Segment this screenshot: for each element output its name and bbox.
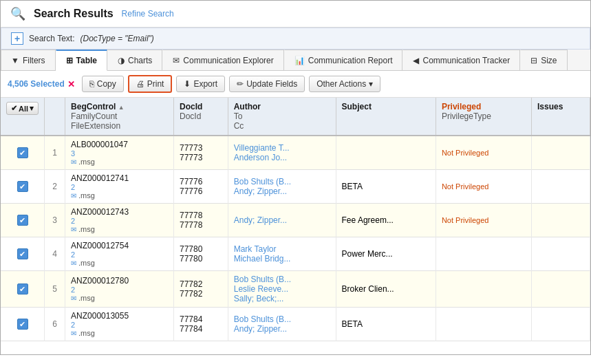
issues-cell [532, 308, 590, 341]
author-header[interactable]: Author To Cc [228, 98, 336, 136]
add-filter-button[interactable]: + [11, 32, 23, 45]
tab-size[interactable]: ⊟ Size [520, 50, 567, 70]
row-checkbox-cell[interactable]: ✔ [1, 204, 45, 237]
beg-control-cell: ANZ000013055 2 ✉ .msg [65, 308, 174, 341]
comm-tracker-icon: ◀ [413, 56, 419, 65]
export-icon: ⬇ [184, 79, 191, 89]
doc-id-value: 77784 [180, 314, 222, 324]
privileged-header[interactable]: Privileged PrivilegeType [436, 98, 531, 136]
row-checkbox[interactable]: ✔ [17, 181, 28, 192]
doc-id2-value: 77776 [180, 186, 222, 196]
family-count: 2 [71, 321, 168, 329]
privileged-value: Not Privileged [442, 149, 488, 157]
subject-cell: BETA [336, 170, 436, 204]
update-fields-button[interactable]: ✏ Update Fields [229, 76, 305, 92]
row-checkbox[interactable]: ✔ [17, 215, 28, 226]
privileged-cell [436, 237, 531, 271]
beg-control-value: ANZ000012754 [71, 241, 168, 250]
tab-communication-report[interactable]: 📊 Communication Report [284, 50, 403, 70]
row-checkbox[interactable]: ✔ [17, 147, 28, 158]
privileged-cell [436, 308, 531, 341]
privileged-value: Not Privileged [442, 216, 488, 224]
author-cell: Mark TaylorMichael Bridg... [228, 237, 336, 271]
selected-count: 4,506 Selected ✕ [8, 79, 75, 89]
issues-cell [532, 237, 590, 271]
copy-button[interactable]: ⎘ Copy [82, 76, 124, 92]
file-ext: ✉ .msg [71, 294, 168, 302]
doc-id-cell: 7777677776 [174, 170, 228, 204]
email-icon: ✉ [71, 330, 76, 337]
dropdown-arrow-icon: ▾ [369, 79, 373, 89]
privileged-value: Not Privileged [442, 182, 488, 191]
toolbar: 4,506 Selected ✕ ⎘ Copy 🖨 Print ⬇ Export… [1, 71, 590, 98]
beg-control-cell: ANZ000012741 2 ✉ .msg [65, 170, 174, 204]
row-checkbox[interactable]: ✔ [17, 283, 28, 295]
email-icon: ✉ [71, 226, 76, 233]
subject-cell: BETA [336, 308, 436, 341]
refine-search-link[interactable]: Refine Search [122, 9, 174, 19]
print-icon: 🖨 [136, 79, 144, 89]
beg-control-value: ANZ000012780 [71, 276, 168, 286]
beg-control-cell: ALB000001047 3 ✉ .msg [65, 136, 174, 170]
subject-cell: Fee Agreem... [336, 204, 436, 237]
email-icon: ✉ [71, 158, 76, 166]
author-cell: Bob Shults (B...Leslie Reeve...Sally; Be… [228, 271, 336, 308]
author-cell: Bob Shults (B...Andy; Zipper... [228, 170, 336, 204]
to-value: Andy; Zipper... [234, 324, 330, 334]
privileged-cell: Not Privileged [436, 170, 531, 204]
row-number: 5 [45, 271, 65, 308]
subject-header[interactable]: Subject [336, 98, 436, 136]
export-button[interactable]: ⬇ Export [176, 76, 225, 92]
to-value: Leslie Reeve... [234, 284, 330, 294]
doc-id2-value: 77784 [180, 324, 222, 334]
file-ext: ✉ .msg [71, 191, 168, 200]
row-num-header [45, 98, 65, 136]
print-button[interactable]: 🖨 Print [128, 75, 173, 93]
row-number: 1 [45, 136, 65, 170]
search-text-label: Search Text: [29, 34, 74, 43]
tab-charts[interactable]: ◑ Charts [107, 50, 162, 70]
doc-id-header[interactable]: DocId DocId [174, 98, 228, 136]
privileged-cell [436, 271, 531, 308]
file-ext: ✉ .msg [71, 158, 168, 166]
comm-report-icon: 📊 [294, 56, 305, 65]
beg-control-value: ANZ000013055 [71, 311, 168, 321]
tab-communication-explorer[interactable]: ✉ Communication Explorer [162, 50, 283, 70]
issues-cell [532, 204, 590, 237]
issues-header[interactable]: Issues [532, 98, 590, 136]
doc-id-value: 77773 [180, 143, 222, 153]
filter-icon: ▼ [11, 56, 19, 65]
results-table-container: ✔ All ▾ BegControl ▲ FamilyCount FileExt… [1, 98, 590, 354]
table-row: ✔2ANZ000012741 2 ✉ .msg7777677776Bob Shu… [1, 170, 590, 204]
beg-control-cell: ANZ000012780 2 ✉ .msg [65, 271, 174, 308]
tab-communication-tracker[interactable]: ◀ Communication Tracker [402, 50, 520, 70]
row-checkbox-cell[interactable]: ✔ [1, 308, 45, 341]
tab-filters[interactable]: ▼ Filters [1, 50, 56, 70]
beg-control-header[interactable]: BegControl ▲ FamilyCount FileExtension [65, 98, 174, 136]
email-icon: ✉ [71, 295, 76, 302]
other-actions-button[interactable]: Other Actions ▾ [309, 76, 380, 92]
table-row: ✔4ANZ000012754 2 ✉ .msg7778077780Mark Ta… [1, 237, 590, 271]
charts-icon: ◑ [118, 56, 125, 65]
doc-id2-value: 77780 [180, 254, 222, 264]
doc-id2-value: 77782 [180, 289, 222, 299]
edit-icon: ✏ [237, 79, 244, 89]
row-number: 2 [45, 170, 65, 204]
table-row: ✔3ANZ000012743 2 ✉ .msg7777877778Andy; Z… [1, 204, 590, 237]
row-checkbox-cell[interactable]: ✔ [1, 136, 45, 170]
tab-table[interactable]: ⊞ Table [56, 50, 107, 71]
beg-control-value: ALB000001047 [71, 140, 168, 149]
row-checkbox-cell[interactable]: ✔ [1, 170, 45, 204]
row-number: 3 [45, 204, 65, 237]
row-checkbox-cell[interactable]: ✔ [1, 237, 45, 271]
doc-id-cell: 7778077780 [174, 237, 228, 271]
row-checkbox-cell[interactable]: ✔ [1, 271, 45, 308]
clear-selection-icon[interactable]: ✕ [67, 79, 75, 89]
family-count: 2 [71, 183, 168, 191]
table-row: ✔6ANZ000013055 2 ✉ .msg7778477784Bob Shu… [1, 308, 590, 341]
subject-cell: Broker Clien... [336, 271, 436, 308]
row-checkbox[interactable]: ✔ [17, 319, 28, 330]
select-all-header[interactable]: ✔ All ▾ [1, 98, 45, 136]
doc-id-value: 77780 [180, 244, 222, 254]
row-checkbox[interactable]: ✔ [17, 248, 28, 259]
